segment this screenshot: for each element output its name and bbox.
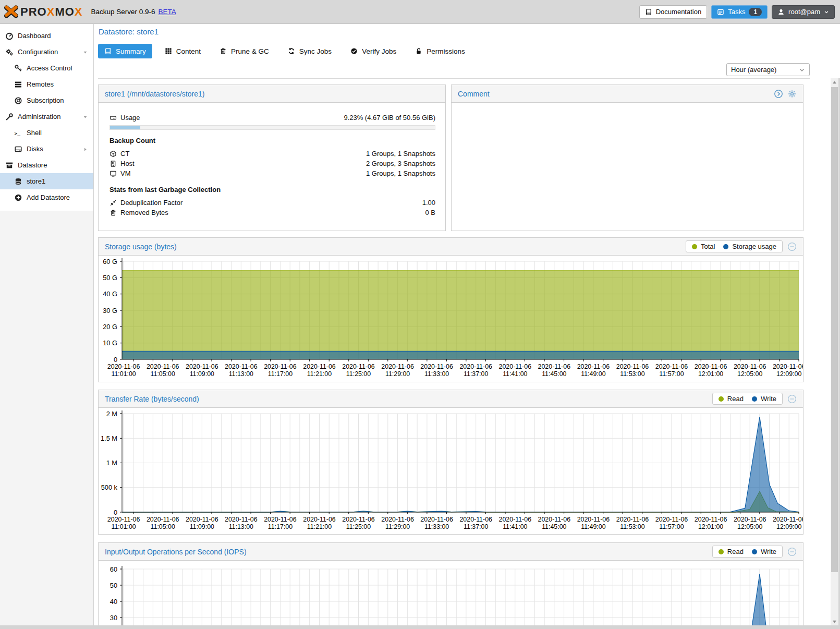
stat-label: Removed Bytes: [120, 209, 168, 216]
svg-text:40 G: 40 G: [103, 290, 117, 298]
svg-text:11:17:00: 11:17:00: [268, 370, 293, 378]
svg-text:2020-11-06: 2020-11-06: [107, 516, 140, 523]
svg-text:2020-11-06: 2020-11-06: [420, 516, 453, 523]
legend-label: Read: [727, 395, 744, 403]
wrench-icon: [5, 113, 14, 121]
sidebar-item-access-control[interactable]: Access Control: [0, 60, 93, 76]
usage-value: 9.23% (4.67 GiB of 50.56 GiB): [344, 114, 435, 122]
svg-text:50 G: 50 G: [103, 274, 117, 282]
stat-label: VM: [120, 170, 131, 177]
collapse-panel-icon[interactable]: [787, 394, 797, 404]
unlock-icon: [415, 47, 422, 55]
legend-label: Total: [701, 243, 715, 250]
svg-text:2020-11-06: 2020-11-06: [459, 516, 492, 523]
tab-prune-gc[interactable]: Prune & GC: [213, 44, 275, 58]
tab-sync-jobs[interactable]: Sync Jobs: [282, 44, 338, 58]
sidebar-item-disks[interactable]: Disks: [0, 141, 93, 157]
svg-text:11:05:00: 11:05:00: [151, 370, 175, 378]
sidebar-item-dashboard[interactable]: Dashboard: [0, 28, 93, 44]
documentation-button[interactable]: Documentation: [639, 5, 707, 19]
toolbar-separator: [98, 78, 810, 79]
time-range-select[interactable]: Hour (average): [726, 63, 810, 76]
tab-permissions[interactable]: Permissions: [409, 44, 471, 58]
legend-dot-icon: [719, 396, 724, 402]
edit-circle-chevron-icon[interactable]: [774, 89, 783, 99]
iops-header: Input/Output Operations per Second (IOPS…: [99, 543, 803, 561]
beta-link[interactable]: BETA: [159, 8, 176, 16]
user-menu-button[interactable]: root@pam: [772, 5, 835, 19]
stat-row: Host2 Groups, 3 Snapshots: [109, 159, 435, 168]
tasks-count-badge: 1: [749, 8, 762, 16]
svg-text:2020-11-06: 2020-11-06: [734, 516, 766, 523]
svg-text:2020-11-06: 2020-11-06: [577, 363, 610, 370]
iops-chart: 01020304050602020-11-0611:01:002020-11-0…: [99, 561, 803, 629]
sidebar-item-subscription[interactable]: Subscription: [0, 92, 93, 108]
svg-text:0: 0: [114, 509, 117, 516]
transfer-rate-legend: ReadWrite: [712, 393, 783, 405]
time-range-value: Hour (average): [731, 66, 776, 74]
iops-title: Input/Output Operations per Second (IOPS…: [105, 548, 247, 556]
backup-count-heading: Backup Count: [109, 137, 435, 144]
usage-progressbar: [109, 125, 435, 130]
sidebar-item-label: Datastore: [18, 161, 47, 169]
svg-text:12:01:00: 12:01:00: [698, 523, 723, 530]
collapse-panel-icon[interactable]: [787, 242, 797, 251]
book-icon: [645, 8, 652, 16]
svg-text:>_: >_: [15, 130, 21, 136]
legend-item-write: Write: [752, 395, 776, 403]
svg-text:2020-11-06: 2020-11-06: [538, 363, 571, 370]
collapse-panel-icon[interactable]: [787, 547, 797, 557]
vertical-scrollbar[interactable]: [831, 78, 838, 625]
sidebar-item-shell[interactable]: >_Shell: [0, 125, 93, 141]
svg-text:11:25:00: 11:25:00: [346, 370, 371, 378]
tasks-button[interactable]: Tasks 1: [711, 5, 768, 19]
transfer-rate-title: Transfer Rate (bytes/second): [105, 395, 199, 403]
sidebar-item-add-datastore[interactable]: Add Datastore: [0, 189, 93, 205]
gear-icon[interactable]: [787, 89, 797, 99]
tab-verify-jobs[interactable]: Verify Jobs: [344, 44, 403, 58]
iops-panel: Input/Output Operations per Second (IOPS…: [98, 542, 804, 629]
tab-content[interactable]: Content: [159, 44, 207, 58]
legend-dot-icon: [723, 244, 728, 249]
sidebar-item-label: Configuration: [18, 48, 58, 56]
sidebar-item-store1[interactable]: store1: [0, 173, 93, 189]
remotes-icon: [14, 80, 22, 89]
svg-text:2020-11-06: 2020-11-06: [381, 363, 414, 370]
sidebar-item-administration[interactable]: Administration: [0, 108, 93, 125]
stat-label: Deduplication Factor: [120, 199, 182, 207]
svg-text:2020-11-06: 2020-11-06: [499, 516, 532, 523]
sidebar-item-datastore[interactable]: Datastore: [0, 157, 93, 173]
svg-text:2020-11-06: 2020-11-06: [342, 516, 375, 523]
stat-value: 1 Groups, 1 Snapshots: [366, 150, 435, 158]
expand-caret-icon[interactable]: [82, 146, 88, 152]
tab-summary[interactable]: Summary: [98, 44, 152, 58]
sidebar-item-label: Administration: [18, 113, 60, 120]
legend-item-storage-usage: Storage usage: [723, 243, 776, 250]
compress-icon: [109, 199, 117, 207]
sidebar-item-configuration[interactable]: Configuration: [0, 44, 93, 60]
database-icon: [14, 177, 22, 186]
scroll-down-arrow[interactable]: [831, 617, 838, 625]
navigation-tree: DashboardConfigurationAccess ControlRemo…: [0, 24, 93, 211]
usage-label: Usage: [120, 114, 140, 122]
svg-text:2020-11-06: 2020-11-06: [695, 516, 727, 523]
collapse-caret-icon[interactable]: [82, 49, 88, 55]
stat-row: Removed Bytes0 B: [109, 208, 435, 217]
svg-text:11:41:00: 11:41:00: [503, 370, 527, 378]
scroll-up-arrow[interactable]: [831, 78, 838, 87]
svg-text:2020-11-06: 2020-11-06: [655, 516, 688, 523]
svg-text:12:05:00: 12:05:00: [737, 370, 762, 378]
svg-text:11:33:00: 11:33:00: [424, 523, 449, 530]
gauge-icon: [5, 32, 14, 40]
svg-text:12:09:00: 12:09:00: [776, 370, 801, 378]
svg-text:2020-11-06: 2020-11-06: [459, 363, 492, 370]
plus-circle-icon: [14, 193, 22, 202]
usage-row: Usage 9.23% (4.67 GiB of 50.56 GiB): [109, 113, 435, 123]
backup-count-rows: CT1 Groups, 1 SnapshotsHost2 Groups, 3 S…: [109, 149, 435, 178]
user-icon: [777, 8, 785, 16]
collapse-caret-icon[interactable]: [82, 114, 88, 119]
sidebar-item-remotes[interactable]: Remotes: [0, 76, 93, 92]
stat-label: Host: [120, 160, 135, 167]
svg-text:2020-11-06: 2020-11-06: [420, 363, 453, 370]
scrollbar-thumb[interactable]: [831, 87, 838, 572]
